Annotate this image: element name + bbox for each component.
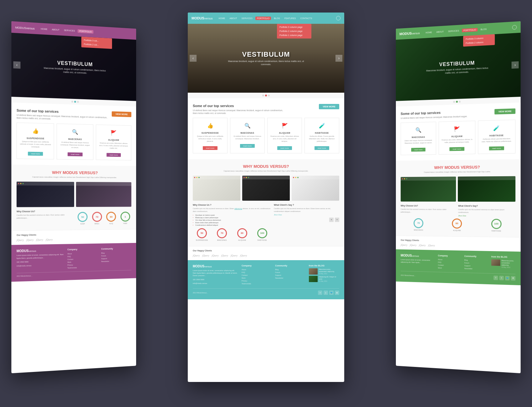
nav-features-center[interactable]: FEATURES [283,17,298,20]
dropdown-2col[interactable]: Portfolio 2 column page [277,29,311,33]
nav-about-center[interactable]: ABOUT [228,17,238,20]
read-more-2-left[interactable]: read more [68,152,82,157]
footer-link-newsletter[interactable]: Newsletter [101,259,131,263]
why-images-center [193,176,339,201]
dot-c3[interactable] [268,95,270,96]
hero-prev-left[interactable]: ‹ [13,61,21,69]
footer-social-center: f t 🐦 R [318,291,339,295]
read-more-1-right[interactable]: read more [411,148,426,152]
nav-about-left[interactable]: ABOUT [50,28,61,32]
nav-portfolio-right[interactable]: PORTFOLIO [462,28,478,32]
read-more-2-center[interactable]: read more [240,144,255,148]
fcom-newsletter[interactable]: Newsletter [275,277,305,280]
fr-work[interactable]: Work [438,266,461,270]
search-icon-right[interactable] [512,25,517,30]
service-name-3-left: ALIQUAM [99,139,129,142]
gauge-label-3c: ALIQUAM [233,239,251,241]
dot-2[interactable] [74,101,76,103]
dot-1[interactable] [71,101,73,103]
social-bird[interactable]: 🐦 [329,291,334,295]
nav-portfolio-left[interactable]: PORTFOLIO [78,29,93,33]
services-section-right: Some of our top services Ut elefend libe… [396,102,521,161]
nav-center[interactable]: MODUSversus HOME ABOUT SERVICES PORTFOLI… [188,13,344,24]
dropdown-1col[interactable]: Portfolio 1 column page [277,33,311,37]
social-tw-r[interactable]: t [499,276,504,281]
dot-r2[interactable] [456,101,458,103]
gauges-right: 70 MAECENAS 80 ALIQUAM 100 HABITASSE [401,218,515,232]
nav-portfolio-center[interactable]: PORTFOLIO [255,17,271,20]
read-more-1-left[interactable]: read more [28,152,43,156]
gauge-2-left: 70 MAEC [91,212,103,225]
clients-left: Our Happy Clients jQuery jQuery jQuery j… [11,229,136,245]
fc-privacy[interactable]: Privacy [242,280,272,282]
why-img-h3 [292,176,339,179]
search-icon-center[interactable] [336,16,340,20]
nav-blog-center[interactable]: BLOG [272,17,281,20]
services-grid-center: 👍 SUSPENDISSE Quique et felis quis nunc … [193,118,339,153]
nav-services-left[interactable]: SERVICES [62,28,76,33]
nav-home-left[interactable]: HOME [39,27,49,31]
footer-link-testimonials[interactable]: Testimonials [67,265,98,269]
gauge-label-4c: HABITASSE [253,239,271,241]
view-more-left[interactable]: VIEW MORE [112,111,131,117]
nav-blog-right[interactable]: BLOG [479,27,488,31]
view-more-right[interactable]: VIEW MORE [494,108,515,114]
hero-left: ‹ VESTIBULUM Maecenas tincidunt, augue e… [11,33,136,101]
gauge-circle-2: 70 [92,212,102,222]
why-link-center[interactable]: adipiscing [234,208,242,209]
testimonial-next[interactable]: › [335,218,339,222]
nav-services-center[interactable]: SERVICES [240,17,254,20]
fcom-blog[interactable]: Blog [275,268,305,271]
dot-c1[interactable] [262,95,264,96]
read-more-4-center[interactable]: read more [315,146,329,150]
nav-services-right[interactable]: SERVICES [447,29,461,33]
hero-prev-center[interactable]: ‹ [190,55,197,62]
why-img-clock [292,176,339,201]
services-section-center: Some of our top services Ut elefend libe… [188,98,344,159]
service-name-3-right: HABITASSE [481,134,513,137]
fc-test[interactable]: Testimonials [242,282,272,285]
dropdown-3col[interactable]: Portfolio 3 column page [277,25,311,29]
testimonial-prev[interactable]: ‹ [329,218,334,222]
read-more-3-left[interactable]: read more [106,153,121,157]
footer-company-list-center: About FAQ Contact Work Privacy Testimoni… [242,268,272,285]
hero-next-right[interactable]: › [512,61,519,69]
nav-home-center[interactable]: HOME [217,17,227,20]
hero-title-right: VESTIBULUM Maecenas tincidunt, augue et … [426,59,488,75]
fcom-forum[interactable]: Forum [275,271,305,274]
social-fb[interactable]: f [318,291,322,295]
social-rss-r[interactable]: R [511,276,516,281]
section-text-center: Some of our top services Ut elefend libe… [193,104,287,115]
gauge-circle-1c: 50 [197,228,207,238]
social-bird-r[interactable]: 🐦 [505,276,509,281]
social-tw[interactable]: t [324,291,328,295]
social-fb-r[interactable]: f [494,276,498,280]
frcom-newsletter[interactable]: Newsletter [464,267,488,271]
fc-contact[interactable]: Contact [242,274,272,277]
social-rss[interactable]: R [335,291,339,295]
footer-logo-left: MODUSversus [17,249,64,253]
fc-faq[interactable]: FAQ [242,271,272,274]
dot-r1[interactable] [453,101,455,103]
dot-c2[interactable] [265,95,267,96]
read-more-1-center[interactable]: read more [203,146,217,150]
dot-r3[interactable] [459,101,461,103]
footer-col-company-left: Company About FAQ Contact Work Privacy T… [67,248,98,269]
nav-contacts-center[interactable]: CONTACTS [299,17,314,20]
why-img-2-right [458,176,515,202]
hero-next-center[interactable]: › [335,55,342,62]
why-right-col: 50 SUSP 70 MAEC 80 ALIQ 1 [76,210,131,225]
nav-home-right[interactable]: HOME [424,30,433,34]
dot-3[interactable] [77,101,79,103]
client-5c: jQuery [231,254,238,257]
nav-about-right[interactable]: ABOUT [435,30,445,34]
fcom-support[interactable]: Support [275,274,305,277]
read-more-3-right[interactable]: read more [489,147,504,151]
footer-col-community-right: Community Blog Forum Support Newsletter [464,255,488,270]
read-more-3-center[interactable]: read more [277,146,292,150]
why-section-left: WHY MODUS VERSUS? Capearnasus casualitas… [11,165,136,231]
fc-work[interactable]: Work [242,277,272,280]
fc-about[interactable]: About [242,268,272,271]
read-more-2-right[interactable]: read more [449,147,464,151]
view-more-center[interactable]: VIEW MORE [319,104,339,109]
